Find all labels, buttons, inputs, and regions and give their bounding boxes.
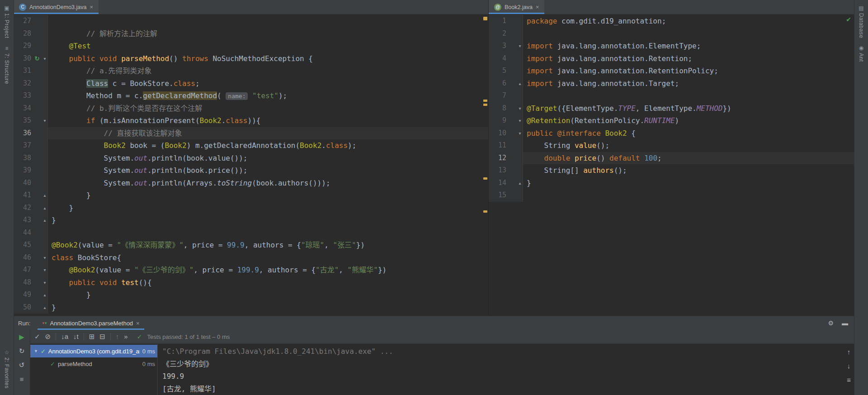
- code-line[interactable]: 38 System.out.println(book.value());: [14, 152, 488, 165]
- settings-gear-icon[interactable]: ⚙: [828, 319, 834, 327]
- scroll-up-icon[interactable]: ↑: [847, 348, 851, 356]
- fold-marker-icon[interactable]: ▾: [42, 264, 48, 276]
- code-line[interactable]: 37 Book2 book = (Book2) m.getDeclaredAnn…: [14, 139, 488, 152]
- code-line[interactable]: 39 System.out.println(book.price());: [14, 164, 488, 177]
- rerun-test-gutter-icon[interactable]: ↻: [33, 52, 42, 65]
- code-line[interactable]: 36 // 直接获取该注解对象: [14, 127, 488, 140]
- tool-window-button-favorites[interactable]: ☆2: Favorites: [0, 346, 14, 392]
- code-line[interactable]: 46▾class BookStore{: [14, 252, 488, 264]
- close-run-tab-icon[interactable]: ×: [136, 320, 140, 326]
- editor-tab-book2[interactable]: @ Book2.java ×: [489, 0, 544, 14]
- fold-marker-icon[interactable]: ▾: [517, 127, 523, 140]
- code-line[interactable]: 50▴}: [14, 301, 488, 314]
- test-tree-row[interactable]: ▼✓AnnotationDemo3 (com.gdit.d19_annotati…: [30, 345, 157, 357]
- fold-marker-icon[interactable]: ▴: [42, 189, 48, 202]
- hide-panel-icon[interactable]: ▬: [842, 319, 848, 327]
- fold-marker-icon[interactable]: ▴: [42, 289, 48, 301]
- tool-window-button-ant[interactable]: ◉Ant: [854, 42, 868, 66]
- fold-marker-icon[interactable]: ▾: [42, 52, 48, 65]
- error-stripe-mark[interactable]: [483, 100, 487, 102]
- code-line[interactable]: 42▴ }: [14, 202, 488, 214]
- fold-marker-icon[interactable]: ▾: [517, 102, 523, 115]
- tool-window-button-database[interactable]: ▤Database: [854, 2, 868, 42]
- code-line[interactable]: 13 String[] authors();: [489, 164, 854, 177]
- code-line[interactable]: 30↻▾ public void parseMethod() throws No…: [14, 52, 488, 65]
- collapse-all-icon[interactable]: ⊟: [99, 333, 105, 340]
- fold-marker-icon[interactable]: ▾: [42, 114, 48, 127]
- toggle-auto-test-icon[interactable]: ↺: [19, 362, 25, 369]
- fold-marker-icon[interactable]: ▴: [42, 202, 48, 214]
- code-line[interactable]: 29 @Test: [14, 40, 488, 52]
- code-line[interactable]: 34 // b.判断这个类是否存在这个注解: [14, 102, 488, 115]
- code-line[interactable]: 15: [489, 189, 854, 202]
- code-line[interactable]: 2: [489, 28, 854, 40]
- tool-window-button-project[interactable]: ▣1: Project: [0, 2, 14, 42]
- tool-window-button-structure[interactable]: ≡7: Structure: [0, 42, 14, 88]
- fold-marker-icon[interactable]: ▾: [42, 252, 48, 264]
- code-line[interactable]: 10▾public @interface Book2 {: [489, 127, 854, 140]
- show-ignored-icon[interactable]: ⊘: [45, 333, 51, 340]
- sort-alphabetically-icon[interactable]: ↓a: [61, 333, 68, 340]
- test-filter-icons: ✓⊘↓a↓t⊞⊟↑»: [34, 333, 128, 340]
- close-tab-icon[interactable]: ×: [90, 4, 93, 10]
- test-tree-row[interactable]: ✓parseMethod0 ms: [30, 357, 157, 370]
- stop-icon[interactable]: ■: [19, 376, 24, 383]
- code-line[interactable]: 43▴}: [14, 214, 488, 227]
- code-line[interactable]: 27: [14, 15, 488, 28]
- code-line[interactable]: 48▾ public void test(){: [14, 276, 488, 289]
- editor-book2[interactable]: 1package com.gdit.d19_annotation;23▾impo…: [489, 14, 854, 316]
- code-line[interactable]: 32 Class c = BookStore.class;: [14, 77, 488, 90]
- editor-tab-annotationdemo3[interactable]: C AnnotationDemo3.java ×: [14, 0, 99, 14]
- rerun-tests-icon[interactable]: ▶: [19, 333, 24, 341]
- code-line[interactable]: 1package com.gdit.d19_annotation;: [489, 15, 854, 28]
- error-stripe-mark[interactable]: [483, 17, 487, 20]
- show-passed-icon[interactable]: ✓: [34, 333, 40, 340]
- editor-annotationdemo3[interactable]: 2728 // 解析方法上的注解29 @Test30↻▾ public void…: [14, 14, 488, 316]
- code-line[interactable]: 31 // a.先得到类对象: [14, 65, 488, 77]
- code-line[interactable]: 9▾@Retention(RetentionPolicy.RUNTIME): [489, 114, 854, 127]
- fold-marker-icon[interactable]: ▾: [517, 40, 523, 52]
- more-options-icon[interactable]: »: [124, 333, 127, 340]
- fold-marker-icon[interactable]: ▾: [42, 276, 48, 289]
- expand-arrow-icon[interactable]: ▼: [34, 349, 38, 353]
- code-line[interactable]: 4import java.lang.annotation.Retention;: [489, 52, 854, 65]
- rerun-failed-tests-icon[interactable]: ↻: [19, 347, 25, 355]
- code-line[interactable]: 11 String value();: [489, 139, 854, 152]
- code-line[interactable]: 3▾import java.lang.annotation.ElementTyp…: [489, 40, 854, 52]
- code-line[interactable]: 5import java.lang.annotation.RetentionPo…: [489, 65, 854, 77]
- code-line[interactable]: 49▴ }: [14, 289, 488, 301]
- error-stripe-mark[interactable]: [483, 210, 487, 213]
- code-lines-right: 1package com.gdit.d19_annotation;23▾impo…: [489, 15, 854, 202]
- favorites-icon: ☆: [5, 350, 9, 355]
- fold-marker-icon[interactable]: ▾: [517, 114, 523, 127]
- error-stripe-mark[interactable]: [483, 177, 487, 180]
- code-line[interactable]: 44: [14, 227, 488, 239]
- code-line[interactable]: 41▴ }: [14, 189, 488, 202]
- inspections-ok-icon[interactable]: ✔: [846, 16, 851, 23]
- code-line[interactable]: 6▴import java.lang.annotation.Target;: [489, 77, 854, 90]
- code-line[interactable]: 35▾ if (m.isAnnotationPresent(Book2.clas…: [14, 114, 488, 127]
- fold-marker-icon[interactable]: ▴: [42, 301, 48, 314]
- code-line[interactable]: 40 System.out.println(Arrays.toString(bo…: [14, 177, 488, 190]
- fold-marker-icon[interactable]: ▴: [517, 177, 523, 190]
- scroll-down-icon[interactable]: ↓: [847, 362, 851, 370]
- fold-marker-icon[interactable]: ▴: [517, 77, 523, 90]
- code-line[interactable]: 33 Method m = c.getDeclaredMethod( name:…: [14, 90, 488, 102]
- code-line[interactable]: 7: [489, 90, 854, 102]
- expand-all-icon[interactable]: ⊞: [89, 333, 95, 340]
- error-stripe-mark[interactable]: [483, 104, 487, 106]
- previous-failed-test-icon[interactable]: ↑: [116, 333, 119, 340]
- run-console[interactable]: "C:\Program Files\Java\jdk1.8.0_241\bin\…: [157, 344, 854, 395]
- sort-by-duration-icon[interactable]: ↓t: [73, 333, 79, 340]
- code-line[interactable]: 28 // 解析方法上的注解: [14, 28, 488, 40]
- close-tab-icon[interactable]: ×: [536, 4, 539, 10]
- code-line[interactable]: 14▴}: [489, 177, 854, 190]
- fold-marker-icon[interactable]: ▴: [42, 214, 48, 227]
- run-config-tab[interactable]: ▾▾ AnnotationDemo3.parseMethod ×: [38, 316, 144, 330]
- code-token: Book2: [165, 141, 186, 150]
- code-line[interactable]: 45@Book2(value = "《情深深雨蒙蒙》", price = 99.…: [14, 239, 488, 252]
- soft-wrap-icon[interactable]: ≡: [847, 376, 851, 384]
- code-line[interactable]: 12 double price() default 100;: [489, 152, 854, 165]
- code-line[interactable]: 47▾ @Book2(value = "《三少爷的剑》", price = 19…: [14, 264, 488, 276]
- code-line[interactable]: 8▾@Target({ElementType.TYPE, ElementType…: [489, 102, 854, 115]
